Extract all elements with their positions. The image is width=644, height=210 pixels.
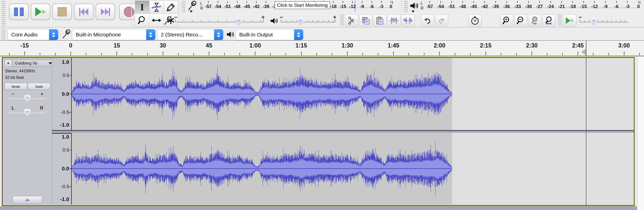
pan-slider[interactable]: L R [9,107,46,117]
zoom-tool-icon [137,16,147,25]
stop-button[interactable] [52,4,72,20]
playback-meter-scale[interactable]: -57-54-51-48-45-42-39-36-33-30-27-24-21-… [428,1,640,13]
meter-tick [594,1,595,3]
meter-tick [256,1,257,3]
playback-volume-thumb[interactable] [297,18,304,26]
transcription-toolbar-grabber[interactable] [558,15,561,26]
ruler-time-label: 2:30 [526,42,538,49]
gain-minus-label: − [12,91,14,97]
envelope-tool-button[interactable] [149,1,164,14]
waveform-right-channel[interactable] [72,133,634,204]
audio-clip-right[interactable] [72,133,452,204]
audio-clip-left[interactable] [72,58,452,130]
ruler-major-tick [70,51,71,55]
selection-tool-button[interactable]: I [135,1,149,14]
paste-icon [376,16,384,25]
cut-button[interactable] [345,15,358,27]
draw-tool-icon [166,3,175,12]
pause-button[interactable] [9,4,29,20]
fit-project-button[interactable] [542,15,555,27]
undo-button[interactable] [421,15,434,27]
track-close-button[interactable]: × [5,60,12,67]
time-shift-tool-button[interactable] [149,14,164,27]
ruler-minor-tick [9,53,10,55]
meter-tick [237,1,237,3]
meter-number: -39 [263,4,269,9]
recording-device-value: Built-in Microphone [72,32,146,38]
recording-channels-select[interactable]: 2 (Stereo) Reco... [157,29,223,40]
audio-host-select[interactable]: Core Audio [8,29,58,40]
recording-meter-grabber[interactable] [182,1,185,13]
pan-thumb[interactable] [24,109,30,117]
paste-button[interactable] [373,15,386,27]
recording-device-select[interactable]: Built-in Microphone [72,29,155,40]
play-speed-slider[interactable]: − [579,15,629,27]
ruler-major-tick [393,51,394,55]
copy-button[interactable] [359,15,372,27]
redo-button[interactable] [435,15,448,27]
vertical-scale-label: 1.0 [62,134,69,140]
vertical-scale-left-channel[interactable]: 1.00.50.0-0.5-1.0 [52,58,72,130]
ruler-major-tick [24,51,25,55]
trim-audio-button[interactable] [387,15,400,27]
meter-number: -54 [215,4,221,9]
recording-meter-icon-area[interactable] [187,1,200,13]
sync-lock-button[interactable] [468,15,481,27]
collapse-track-button[interactable] [13,196,42,203]
track-name-menu[interactable]: Goldberg Va [13,60,54,67]
meter-number: -9 [603,4,608,9]
meter-number: -42 [481,4,488,9]
playback-meter-grabber[interactable] [404,1,408,13]
gain-slider[interactable]: − + [9,93,46,103]
timeline-ruler[interactable]: -1501530451:001:151:301:452:002:152:302:… [0,41,644,56]
vertical-scale-right-channel[interactable]: 1.00.50.0-0.5-1.0 [52,133,72,204]
recording-volume-thumb[interactable] [235,18,242,26]
device-toolbar-grabber[interactable] [2,29,5,39]
waveform-left-channel[interactable] [72,58,634,130]
track-goldberg: × Goldberg Va Stereo, 44100Hz 32-bit flo… [2,57,634,206]
solo-button[interactable]: Solo [28,83,50,90]
playback-meter-icon-area[interactable] [409,1,422,13]
ruler-major-tick [209,51,209,55]
skip-to-start-button[interactable] [74,4,94,20]
meter-number: -57 [426,4,433,9]
horizontal-scrollbar[interactable] [0,206,637,210]
track-format-line2: 32-bit float [5,75,24,80]
separator [131,1,132,27]
playback-volume-slider[interactable]: − + [280,15,336,27]
monitoring-tooltip[interactable]: Click to Start Monitoring [275,2,330,9]
meter-number: 0 [390,4,392,9]
play-button[interactable] [31,4,50,20]
playback-device-select[interactable]: Built-in Output [235,29,303,40]
zoom-out-button[interactable] [514,15,527,27]
meter-number: -42 [253,4,260,9]
silence-audio-button[interactable] [401,15,415,27]
zoom-in-button[interactable] [500,15,513,27]
skip-to-end-button[interactable] [96,4,115,20]
zoom-tool-button[interactable] [135,14,149,27]
separator [179,1,180,13]
meter-tick [528,1,529,3]
transport-toolbar-grabber[interactable] [2,1,5,26]
vertical-scrollbar[interactable] [637,56,644,210]
redo-icon [437,17,446,24]
mute-button[interactable]: Mute [5,83,27,90]
ruler-major-tick [116,51,117,55]
slider-track [175,22,264,22]
play-at-speed-button[interactable] [563,15,577,27]
left-channel-label: L [200,1,203,6]
draw-tool-button[interactable] [164,1,178,14]
recording-meter-scale[interactable]: Click to Start Monitoring -57-54-51-48-4… [206,1,393,13]
ruler-major-tick [301,51,302,55]
recording-volume-slider[interactable]: − + [174,15,265,27]
play-speed-thumb[interactable] [590,18,597,26]
meter-tick [605,1,606,3]
gain-thumb[interactable] [24,95,30,102]
fit-selection-button[interactable] [528,15,541,27]
meter-number: -12 [349,4,356,9]
edit-toolbar-grabber[interactable] [340,15,344,26]
meter-dropdown-arrow-icon [412,11,415,13]
meter-tick [451,1,452,3]
audacity-window: I [0,0,644,210]
meter-tick [517,1,518,3]
